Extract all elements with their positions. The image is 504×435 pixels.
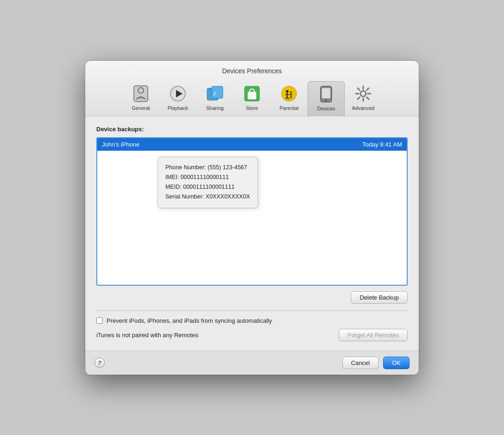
tab-store-label: Store [246,105,258,111]
parental-icon [280,85,298,102]
svg-point-15 [290,91,292,93]
playback-icon [169,85,187,102]
backup-time: Today 9:41 AM [328,141,402,148]
remotes-row: iTunes is not paired with any Remotes Fo… [96,329,408,341]
divider [96,310,408,311]
tab-advanced[interactable]: Advanced [345,81,382,116]
tab-sharing-label: Sharing [206,105,224,111]
preferences-dialog: Devices Preferences General [85,61,419,375]
svg-point-22 [325,99,327,101]
tab-devices-label: Devices [317,106,335,111]
svg-point-10 [286,90,289,93]
svg-line-31 [367,88,369,90]
backups-list: John's iPhone Today 9:41 AM Phone Number… [96,137,408,286]
backup-device-name: John's iPhone [102,141,328,148]
devices-icon [317,85,335,103]
svg-line-29 [358,88,359,90]
delete-backup-row: Delete Backup [96,291,408,304]
dialog-title: Devices Preferences [85,67,419,75]
tab-parental-label: Parental [280,105,299,111]
advanced-icon [354,85,372,102]
forget-all-remotes-button[interactable]: Forget All Remotes [339,329,408,341]
store-icon [243,85,261,102]
svg-rect-21 [322,88,330,98]
bottom-bar: ? Cancel OK [85,351,419,375]
svg-line-30 [367,97,369,99]
tab-parental[interactable]: Parental [271,81,308,116]
tooltip-meid: MEID: 0000111100001111 [165,182,250,192]
tooltip-imei: IMEI: 000011110000111 [165,173,250,182]
svg-point-9 [282,86,296,101]
prevent-sync-row: Prevent iPods, iPhones, and iPads from s… [96,317,408,324]
tooltip-phone: Phone Number: (555) 123-4567 [165,163,250,173]
tab-sharing[interactable]: ♪ Sharing [196,81,233,116]
tab-advanced-label: Advanced [352,105,375,111]
tooltip-serial: Serial Number: X0XXX0XXXX0X [165,192,250,202]
prevent-sync-label: Prevent iPods, iPhones, and iPads from s… [107,317,272,324]
title-bar: Devices Preferences General [85,61,419,116]
bottom-buttons: Cancel OK [342,357,410,369]
tab-playback-label: Playback [168,105,189,111]
tab-playback[interactable]: Playback [159,81,196,116]
svg-line-32 [358,97,359,99]
backups-label: Device backups: [96,126,408,133]
backup-row[interactable]: John's iPhone Today 9:41 AM [97,138,407,151]
cancel-button[interactable]: Cancel [342,357,378,369]
svg-point-23 [360,91,366,96]
sharing-icon: ♪ [206,85,224,102]
tab-general-label: General [132,105,150,111]
tab-store[interactable]: Store [233,81,271,116]
device-info-tooltip: Phone Number: (555) 123-4567 IMEI: 00001… [158,157,258,208]
general-icon [132,85,150,102]
tab-general[interactable]: General [122,81,159,116]
remotes-label: iTunes is not paired with any Remotes [96,332,198,339]
delete-backup-button[interactable]: Delete Backup [351,291,408,304]
help-button[interactable]: ? [94,358,105,368]
tab-devices[interactable]: Devices [308,81,345,116]
svg-rect-8 [248,92,256,99]
svg-text:♪: ♪ [213,89,216,97]
tab-bar: General Playback [85,81,419,116]
content-area: Device backups: John's iPhone Today 9:41… [85,116,419,351]
prevent-sync-checkbox[interactable] [96,317,103,324]
ok-button[interactable]: OK [383,357,410,369]
